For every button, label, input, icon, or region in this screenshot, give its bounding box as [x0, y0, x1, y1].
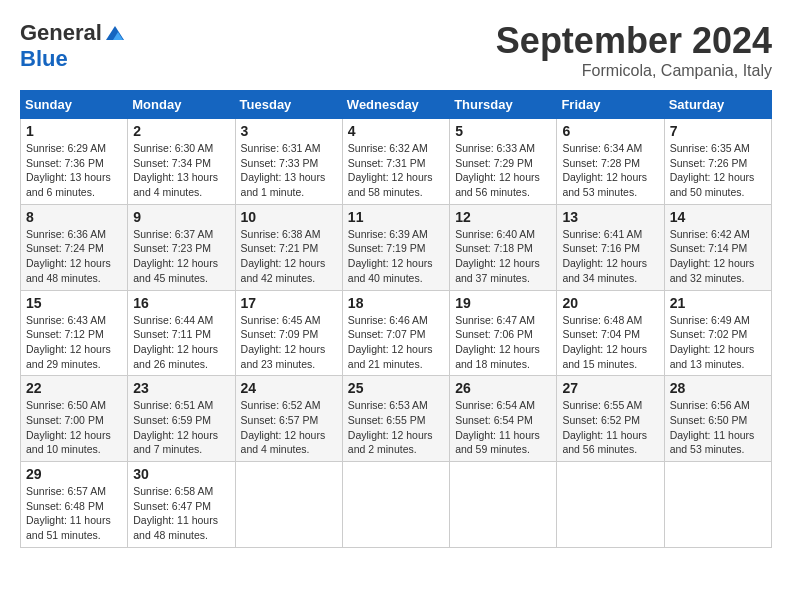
day-cell-21: 21 Sunrise: 6:49 AMSunset: 7:02 PMDaylig… — [664, 290, 771, 376]
day-info: Sunrise: 6:54 AMSunset: 6:54 PMDaylight:… — [455, 398, 551, 457]
empty-cell-5 — [664, 462, 771, 548]
day-info: Sunrise: 6:29 AMSunset: 7:36 PMDaylight:… — [26, 141, 122, 200]
day-info: Sunrise: 6:45 AMSunset: 7:09 PMDaylight:… — [241, 313, 337, 372]
week-row-3: 15 Sunrise: 6:43 AMSunset: 7:12 PMDaylig… — [21, 290, 772, 376]
col-saturday: Saturday — [664, 91, 771, 119]
day-number: 12 — [455, 209, 551, 225]
col-wednesday: Wednesday — [342, 91, 449, 119]
logo-blue: Blue — [20, 46, 68, 72]
day-info: Sunrise: 6:32 AMSunset: 7:31 PMDaylight:… — [348, 141, 444, 200]
day-info: Sunrise: 6:38 AMSunset: 7:21 PMDaylight:… — [241, 227, 337, 286]
day-number: 27 — [562, 380, 658, 396]
day-info: Sunrise: 6:48 AMSunset: 7:04 PMDaylight:… — [562, 313, 658, 372]
day-number: 2 — [133, 123, 229, 139]
day-number: 18 — [348, 295, 444, 311]
col-sunday: Sunday — [21, 91, 128, 119]
day-cell-24: 24 Sunrise: 6:52 AMSunset: 6:57 PMDaylig… — [235, 376, 342, 462]
day-info: Sunrise: 6:34 AMSunset: 7:28 PMDaylight:… — [562, 141, 658, 200]
day-info: Sunrise: 6:53 AMSunset: 6:55 PMDaylight:… — [348, 398, 444, 457]
day-info: Sunrise: 6:37 AMSunset: 7:23 PMDaylight:… — [133, 227, 229, 286]
day-cell-12: 12 Sunrise: 6:40 AMSunset: 7:18 PMDaylig… — [450, 204, 557, 290]
day-cell-29: 29 Sunrise: 6:57 AMSunset: 6:48 PMDaylig… — [21, 462, 128, 548]
day-info: Sunrise: 6:39 AMSunset: 7:19 PMDaylight:… — [348, 227, 444, 286]
day-number: 14 — [670, 209, 766, 225]
day-info: Sunrise: 6:51 AMSunset: 6:59 PMDaylight:… — [133, 398, 229, 457]
day-info: Sunrise: 6:56 AMSunset: 6:50 PMDaylight:… — [670, 398, 766, 457]
col-tuesday: Tuesday — [235, 91, 342, 119]
day-cell-22: 22 Sunrise: 6:50 AMSunset: 7:00 PMDaylig… — [21, 376, 128, 462]
day-info: Sunrise: 6:31 AMSunset: 7:33 PMDaylight:… — [241, 141, 337, 200]
day-number: 19 — [455, 295, 551, 311]
day-info: Sunrise: 6:40 AMSunset: 7:18 PMDaylight:… — [455, 227, 551, 286]
day-number: 29 — [26, 466, 122, 482]
day-number: 15 — [26, 295, 122, 311]
empty-cell-3 — [450, 462, 557, 548]
day-info: Sunrise: 6:42 AMSunset: 7:14 PMDaylight:… — [670, 227, 766, 286]
day-number: 20 — [562, 295, 658, 311]
week-row-2: 8 Sunrise: 6:36 AMSunset: 7:24 PMDayligh… — [21, 204, 772, 290]
logo-general: General — [20, 20, 102, 46]
day-number: 6 — [562, 123, 658, 139]
day-number: 26 — [455, 380, 551, 396]
day-cell-19: 19 Sunrise: 6:47 AMSunset: 7:06 PMDaylig… — [450, 290, 557, 376]
logo-icon — [104, 22, 126, 44]
day-cell-25: 25 Sunrise: 6:53 AMSunset: 6:55 PMDaylig… — [342, 376, 449, 462]
day-cell-20: 20 Sunrise: 6:48 AMSunset: 7:04 PMDaylig… — [557, 290, 664, 376]
day-info: Sunrise: 6:33 AMSunset: 7:29 PMDaylight:… — [455, 141, 551, 200]
day-cell-28: 28 Sunrise: 6:56 AMSunset: 6:50 PMDaylig… — [664, 376, 771, 462]
col-thursday: Thursday — [450, 91, 557, 119]
page-header: General Blue September 2024 Formicola, C… — [20, 20, 772, 80]
day-number: 17 — [241, 295, 337, 311]
day-cell-7: 7 Sunrise: 6:35 AMSunset: 7:26 PMDayligh… — [664, 119, 771, 205]
week-row-5: 29 Sunrise: 6:57 AMSunset: 6:48 PMDaylig… — [21, 462, 772, 548]
day-info: Sunrise: 6:30 AMSunset: 7:34 PMDaylight:… — [133, 141, 229, 200]
day-cell-9: 9 Sunrise: 6:37 AMSunset: 7:23 PMDayligh… — [128, 204, 235, 290]
day-cell-30: 30 Sunrise: 6:58 AMSunset: 6:47 PMDaylig… — [128, 462, 235, 548]
day-cell-23: 23 Sunrise: 6:51 AMSunset: 6:59 PMDaylig… — [128, 376, 235, 462]
day-number: 28 — [670, 380, 766, 396]
day-cell-10: 10 Sunrise: 6:38 AMSunset: 7:21 PMDaylig… — [235, 204, 342, 290]
day-number: 11 — [348, 209, 444, 225]
day-cell-26: 26 Sunrise: 6:54 AMSunset: 6:54 PMDaylig… — [450, 376, 557, 462]
day-number: 22 — [26, 380, 122, 396]
empty-cell-4 — [557, 462, 664, 548]
day-cell-8: 8 Sunrise: 6:36 AMSunset: 7:24 PMDayligh… — [21, 204, 128, 290]
day-info: Sunrise: 6:44 AMSunset: 7:11 PMDaylight:… — [133, 313, 229, 372]
day-number: 9 — [133, 209, 229, 225]
day-cell-14: 14 Sunrise: 6:42 AMSunset: 7:14 PMDaylig… — [664, 204, 771, 290]
day-info: Sunrise: 6:47 AMSunset: 7:06 PMDaylight:… — [455, 313, 551, 372]
day-cell-18: 18 Sunrise: 6:46 AMSunset: 7:07 PMDaylig… — [342, 290, 449, 376]
day-cell-6: 6 Sunrise: 6:34 AMSunset: 7:28 PMDayligh… — [557, 119, 664, 205]
day-cell-27: 27 Sunrise: 6:55 AMSunset: 6:52 PMDaylig… — [557, 376, 664, 462]
day-number: 25 — [348, 380, 444, 396]
day-cell-1: 1 Sunrise: 6:29 AMSunset: 7:36 PMDayligh… — [21, 119, 128, 205]
day-info: Sunrise: 6:49 AMSunset: 7:02 PMDaylight:… — [670, 313, 766, 372]
day-info: Sunrise: 6:46 AMSunset: 7:07 PMDaylight:… — [348, 313, 444, 372]
day-info: Sunrise: 6:41 AMSunset: 7:16 PMDaylight:… — [562, 227, 658, 286]
day-cell-2: 2 Sunrise: 6:30 AMSunset: 7:34 PMDayligh… — [128, 119, 235, 205]
day-number: 3 — [241, 123, 337, 139]
day-cell-16: 16 Sunrise: 6:44 AMSunset: 7:11 PMDaylig… — [128, 290, 235, 376]
day-info: Sunrise: 6:55 AMSunset: 6:52 PMDaylight:… — [562, 398, 658, 457]
day-number: 16 — [133, 295, 229, 311]
title-section: September 2024 Formicola, Campania, Ital… — [496, 20, 772, 80]
week-row-1: 1 Sunrise: 6:29 AMSunset: 7:36 PMDayligh… — [21, 119, 772, 205]
calendar-header-row: Sunday Monday Tuesday Wednesday Thursday… — [21, 91, 772, 119]
day-cell-5: 5 Sunrise: 6:33 AMSunset: 7:29 PMDayligh… — [450, 119, 557, 205]
day-number: 21 — [670, 295, 766, 311]
day-cell-15: 15 Sunrise: 6:43 AMSunset: 7:12 PMDaylig… — [21, 290, 128, 376]
calendar-table: Sunday Monday Tuesday Wednesday Thursday… — [20, 90, 772, 548]
day-number: 1 — [26, 123, 122, 139]
empty-cell-2 — [342, 462, 449, 548]
day-number: 10 — [241, 209, 337, 225]
day-number: 24 — [241, 380, 337, 396]
day-number: 13 — [562, 209, 658, 225]
day-info: Sunrise: 6:57 AMSunset: 6:48 PMDaylight:… — [26, 484, 122, 543]
day-number: 7 — [670, 123, 766, 139]
day-cell-13: 13 Sunrise: 6:41 AMSunset: 7:16 PMDaylig… — [557, 204, 664, 290]
day-cell-17: 17 Sunrise: 6:45 AMSunset: 7:09 PMDaylig… — [235, 290, 342, 376]
day-info: Sunrise: 6:58 AMSunset: 6:47 PMDaylight:… — [133, 484, 229, 543]
day-number: 5 — [455, 123, 551, 139]
day-cell-3: 3 Sunrise: 6:31 AMSunset: 7:33 PMDayligh… — [235, 119, 342, 205]
day-cell-4: 4 Sunrise: 6:32 AMSunset: 7:31 PMDayligh… — [342, 119, 449, 205]
